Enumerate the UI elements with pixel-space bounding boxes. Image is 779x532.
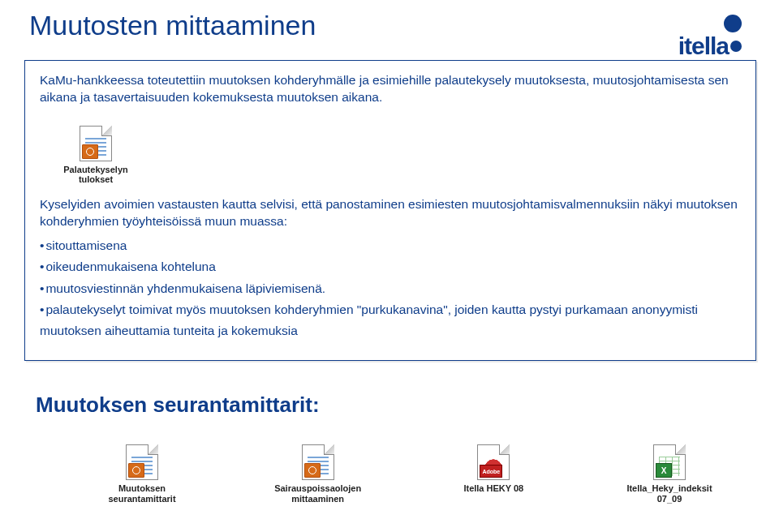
bullet-item: oikeudenmukaisena kohteluna — [40, 256, 741, 277]
file-caption-line1: Itella HEKY 08 — [463, 483, 523, 493]
file-attachment[interactable]: Muutoksen seurantamittarit — [81, 444, 203, 504]
file-caption-line1: Muutoksen — [118, 483, 166, 493]
excel-badge-icon: X — [656, 463, 672, 478]
file-caption-line1: Itella_Heky_indeksit — [626, 483, 712, 493]
bullet-item: sitouttamisena — [40, 235, 741, 256]
pdf-badge-icon: Adobe — [480, 465, 502, 478]
document-icon — [126, 444, 158, 480]
bullet-item: palautekyselyt toimivat myös muutoksen k… — [40, 299, 741, 342]
logo-dot-large-icon — [724, 15, 742, 32]
document-icon — [80, 126, 112, 161]
file-attachment[interactable]: Palautekyselyn tulokset — [43, 126, 148, 185]
file-caption-line1: Palautekyselyn — [63, 165, 128, 174]
brand-logo: itella — [678, 15, 742, 60]
file-attachment[interactable]: X Itella_Heky_indeksit 07_09 — [609, 444, 730, 504]
file-caption-line2: tulokset — [79, 174, 113, 184]
document-icon — [302, 444, 334, 480]
logo-dot-small-icon — [730, 41, 742, 52]
file-attachment[interactable]: Sairauspoissaolojen mittaaminen — [257, 444, 379, 504]
intro-paragraph: KaMu-hankkeessa toteutettiin muutoksen k… — [40, 72, 741, 106]
file-attachment-row: Muutoksen seurantamittarit Sairauspoissa… — [81, 444, 730, 504]
section-heading: Muutoksen seurantamittarit: — [36, 393, 320, 418]
document-icon: X — [653, 444, 686, 480]
file-caption-line2: 07_09 — [657, 494, 682, 504]
file-attachment[interactable]: Adobe Itella HEKY 08 — [433, 444, 554, 504]
powerpoint-badge-icon — [304, 463, 321, 478]
content-box: KaMu-hankkeessa toteutettiin muutoksen k… — [24, 60, 756, 361]
file-caption-line2: mittaaminen — [291, 494, 344, 504]
bullet-item: muutosviestinnän yhdenmukaisena läpiviem… — [40, 278, 741, 299]
logo-text: itella — [678, 32, 729, 60]
file-caption-line1: Sairauspoissaolojen — [274, 483, 361, 493]
powerpoint-badge-icon — [128, 463, 144, 478]
body-paragraph-1: Kyselyiden avoimien vastausten kautta se… — [40, 196, 741, 230]
page-title: Muutosten mittaaminen — [29, 10, 316, 41]
powerpoint-badge-icon — [82, 144, 98, 159]
document-icon: Adobe — [477, 444, 510, 480]
file-caption-line2: seurantamittarit — [108, 494, 175, 504]
